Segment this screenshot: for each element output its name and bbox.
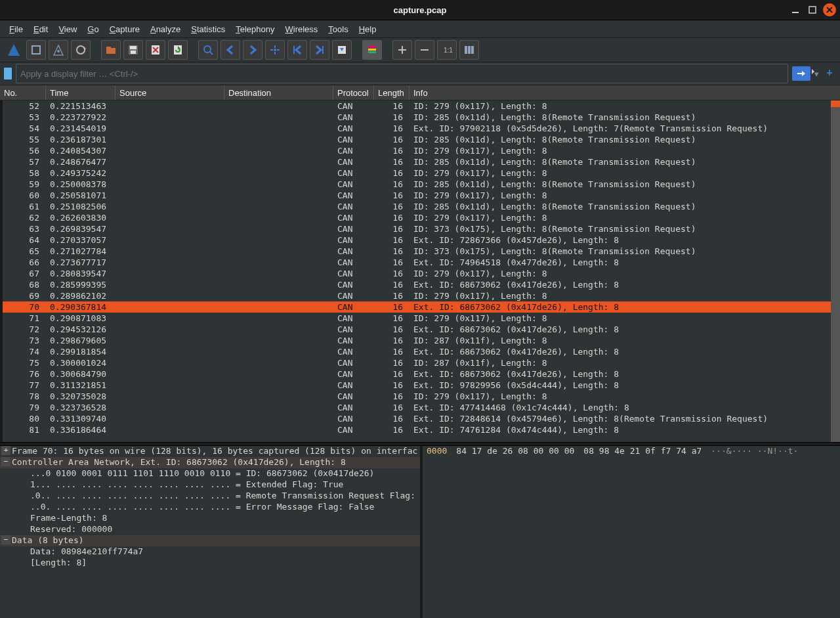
column-protocol[interactable]: Protocol	[333, 85, 374, 100]
menu-statistics[interactable]: Statistics	[186, 23, 230, 35]
autoscroll-button[interactable]	[332, 40, 352, 60]
display-filter-input[interactable]	[16, 64, 788, 83]
menu-capture[interactable]: Capture	[104, 23, 145, 35]
menu-file[interactable]: File	[4, 23, 28, 35]
table-row[interactable]: 570.248676477CAN16ID: 285 (0x11d), Lengt…	[0, 156, 840, 167]
column-destination[interactable]: Destination	[224, 85, 333, 100]
table-row[interactable]: 790.323736528CAN16Ext. ID: 477414468 (0x…	[0, 402, 840, 413]
start-capture-button[interactable]	[49, 40, 68, 60]
svg-rect-10	[106, 48, 116, 54]
zoom-reset-button[interactable]: 1:1	[437, 40, 457, 60]
collapse-icon[interactable]: −	[1, 535, 10, 544]
can-header: Controller Area Network, Ext. ID: 686730…	[12, 457, 346, 467]
bytes-hex-group-1: 84 17 de 26 08 00 00 00	[456, 446, 574, 457]
detail-field[interactable]: ..0. .... .... .... .... .... .... .... …	[0, 502, 420, 513]
menu-help[interactable]: Help	[354, 23, 382, 35]
menu-telephony[interactable]: Telephony	[230, 23, 280, 35]
table-row[interactable]: 740.299181854CAN16Ext. ID: 68673062 (0x4…	[0, 346, 840, 357]
collapse-icon[interactable]: −	[1, 457, 10, 466]
svg-marker-4	[8, 44, 20, 56]
packet-bytes[interactable]: 0000 84 17 de 26 08 00 00 00 08 98 4e 21…	[423, 446, 840, 618]
menu-wireless[interactable]: Wireless	[280, 23, 324, 35]
menu-tools[interactable]: Tools	[323, 23, 353, 35]
resize-columns-button[interactable]	[459, 40, 479, 60]
table-row[interactable]: 710.290871083CAN16ID: 279 (0x117), Lengt…	[0, 313, 840, 324]
table-row[interactable]: 750.300001024CAN16ID: 287 (0x11f), Lengt…	[0, 357, 840, 368]
detail-field[interactable]: ...0 0100 0001 0111 1101 1110 0010 0110 …	[0, 468, 420, 479]
table-row[interactable]: 800.331309740CAN16Ext. ID: 72848614 (0x4…	[0, 413, 840, 424]
menu-analyze[interactable]: Analyze	[145, 23, 186, 35]
svg-rect-33	[368, 51, 376, 53]
table-row[interactable]: 620.262603830CAN16ID: 279 (0x117), Lengt…	[0, 212, 840, 223]
packet-list-gutter	[0, 100, 3, 442]
menu-go[interactable]: Go	[82, 23, 104, 35]
zoom-in-button[interactable]	[392, 40, 412, 60]
close-button[interactable]	[823, 3, 836, 16]
table-row[interactable]: 760.300684790CAN16Ext. ID: 68673062 (0x4…	[0, 368, 840, 380]
table-row[interactable]: 520.221513463CAN16ID: 279 (0x117), Lengt…	[0, 100, 840, 112]
go-forward-button[interactable]	[243, 40, 262, 60]
table-row[interactable]: 640.270337057CAN16Ext. ID: 72867366 (0x4…	[0, 234, 840, 246]
menu-view[interactable]: View	[53, 23, 82, 35]
menu-edit[interactable]: Edit	[28, 23, 53, 35]
restart-capture-button[interactable]	[71, 40, 91, 60]
svg-rect-1	[809, 7, 816, 13]
detail-field[interactable]: Frame-Length: 8	[0, 513, 420, 524]
find-button[interactable]	[198, 40, 218, 60]
svg-rect-32	[368, 49, 376, 51]
packet-list[interactable]: 520.221513463CAN16ID: 279 (0x117), Lengt…	[0, 100, 840, 442]
filter-bar: ▾ +	[0, 62, 840, 85]
save-file-button[interactable]	[123, 40, 143, 60]
table-row[interactable]: 680.285999395CAN16Ext. ID: 68673062 (0x4…	[0, 279, 840, 290]
reload-file-button[interactable]	[168, 40, 188, 60]
column-length[interactable]: Length	[374, 85, 410, 100]
table-row[interactable]: 780.320735028CAN16ID: 279 (0x117), Lengt…	[0, 391, 840, 402]
go-last-button[interactable]	[310, 40, 329, 60]
table-row[interactable]: 580.249375242CAN16ID: 279 (0x117), Lengt…	[0, 167, 840, 179]
apply-filter-button[interactable]	[792, 66, 810, 81]
open-file-button[interactable]	[101, 40, 121, 60]
table-row[interactable]: 650.271027784CAN16ID: 373 (0x175), Lengt…	[0, 246, 840, 257]
table-row[interactable]: 770.311321851CAN16Ext. ID: 97829956 (0x5…	[0, 380, 840, 391]
table-row[interactable]: 550.236187301CAN16ID: 285 (0x11d), Lengt…	[0, 134, 840, 145]
detail-field[interactable]: Data: 08984e210ff774a7	[0, 546, 420, 558]
table-row[interactable]: 730.298679605CAN16ID: 287 (0x11f), Lengt…	[0, 335, 840, 346]
packet-list-scrollbar[interactable]	[831, 100, 840, 442]
table-row[interactable]: 630.269839547CAN16ID: 373 (0x175), Lengt…	[0, 223, 840, 234]
column-info[interactable]: Info	[410, 85, 840, 100]
table-row[interactable]: 560.240854307CAN16ID: 279 (0x117), Lengt…	[0, 145, 840, 156]
bookmark-icon[interactable]	[4, 68, 12, 79]
detail-field[interactable]: .0.. .... .... .... .... .... .... .... …	[0, 491, 420, 502]
svg-line-21	[210, 52, 213, 55]
maximize-button[interactable]	[806, 3, 819, 16]
go-to-packet-button[interactable]	[265, 40, 285, 60]
go-back-button[interactable]	[220, 40, 240, 60]
table-row[interactable]: 690.289862102CAN16ID: 279 (0x117), Lengt…	[0, 290, 840, 301]
expand-icon[interactable]: +	[1, 446, 10, 455]
zoom-out-button[interactable]	[415, 40, 434, 60]
close-file-button[interactable]	[146, 40, 165, 60]
column-source[interactable]: Source	[116, 85, 224, 100]
table-row[interactable]: 540.231454019CAN16Ext. ID: 97902118 (0x5…	[0, 123, 840, 134]
capture-options-button[interactable]	[26, 40, 46, 60]
table-row[interactable]: 700.290367814CAN16Ext. ID: 68673062 (0x4…	[0, 301, 840, 313]
svg-rect-38	[465, 46, 467, 54]
table-row[interactable]: 810.336186464CAN16Ext. ID: 74761284 (0x4…	[0, 424, 840, 435]
table-row[interactable]: 590.250008378CAN16ID: 285 (0x11d), Lengt…	[0, 179, 840, 190]
table-row[interactable]: 670.280839547CAN16ID: 279 (0x117), Lengt…	[0, 268, 840, 279]
table-row[interactable]: 720.294532126CAN16Ext. ID: 68673062 (0x4…	[0, 324, 840, 335]
detail-field[interactable]: Reserved: 000000	[0, 524, 420, 535]
table-row[interactable]: 600.250581071CAN16ID: 279 (0x117), Lengt…	[0, 190, 840, 201]
detail-field[interactable]: [Length: 8]	[0, 558, 420, 569]
go-first-button[interactable]	[287, 40, 307, 60]
column-no[interactable]: No.	[0, 85, 46, 100]
add-filter-button[interactable]: +	[823, 67, 836, 80]
minimize-button[interactable]	[789, 3, 802, 16]
table-row[interactable]: 660.273677717CAN16Ext. ID: 74964518 (0x4…	[0, 257, 840, 268]
colorize-button[interactable]	[362, 40, 382, 60]
table-row[interactable]: 610.251082506CAN16ID: 285 (0x11d), Lengt…	[0, 201, 840, 212]
packet-details[interactable]: +Frame 70: 16 bytes on wire (128 bits), …	[0, 446, 423, 618]
detail-field[interactable]: 1... .... .... .... .... .... .... .... …	[0, 479, 420, 491]
column-time[interactable]: Time	[46, 85, 116, 100]
table-row[interactable]: 530.223727922CAN16ID: 285 (0x11d), Lengt…	[0, 112, 840, 123]
